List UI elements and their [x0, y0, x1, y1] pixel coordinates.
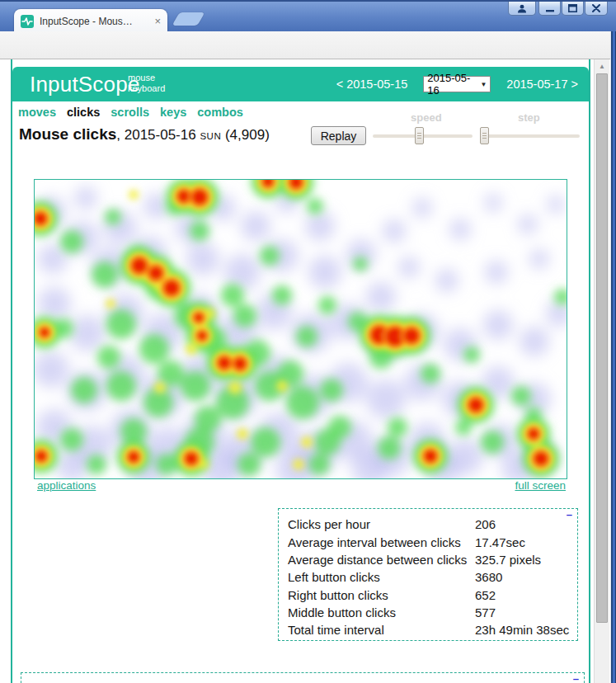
page-scrollbar[interactable]: ▲	[594, 59, 609, 683]
page-viewport: InputScope mouse keyboard < 2015-05-15 2…	[0, 59, 594, 683]
stat-value: 325.7 pixels	[475, 551, 569, 568]
stat-label: Middle button clicks	[288, 604, 475, 621]
stats-row: Middle button clicks577	[288, 604, 569, 621]
applications-link[interactable]: applications	[37, 479, 96, 492]
inputscope-favicon-pulse-icon	[21, 15, 34, 28]
replay-button[interactable]: Replay	[311, 126, 366, 145]
scroll-up-arrow-icon[interactable]: ▲	[595, 59, 609, 73]
stat-label: Average interval between clicks	[288, 533, 475, 550]
stats-row: Clicks per hour206	[288, 516, 569, 533]
browser-tab[interactable]: InputScope - Mouse clicks ×	[14, 9, 167, 33]
stats-row: Average distance between clicks325.7 pix…	[288, 551, 569, 568]
page-title-count: (4,909)	[221, 127, 270, 143]
nav: movesclicksscrollskeyscombos	[18, 106, 243, 119]
stat-label: Total time interval	[288, 621, 475, 638]
app-header: InputScope mouse keyboard < 2015-05-15 2…	[12, 67, 589, 101]
page-title-weekday: sun	[200, 131, 221, 141]
page-title-date: , 2015-05-16	[116, 127, 200, 143]
scrollbar-thumb[interactable]	[596, 73, 608, 623]
app-brand: InputScope	[30, 72, 140, 97]
stat-value: 17.47sec	[475, 533, 569, 550]
speed-slider-label: speed	[411, 111, 442, 124]
click-heatmap[interactable]	[34, 179, 567, 479]
profile-button[interactable]	[508, 2, 536, 16]
step-slider-label: step	[518, 111, 540, 124]
stat-value: 206	[475, 516, 569, 533]
page-border-left	[11, 59, 12, 683]
stat-label: Average distance between clicks	[288, 551, 475, 568]
stats-panel: – Clicks per hour206Average interval bet…	[278, 508, 578, 641]
page-title: Mouse clicks, 2015-05-16 sun (4,909)	[19, 125, 270, 144]
step-slider-thumb[interactable]	[480, 127, 489, 144]
stats-table-body: Clicks per hour206Average interval betwe…	[288, 516, 569, 639]
stats-row: Left button clicks3680	[288, 568, 569, 586]
stat-value: 3680	[475, 568, 569, 586]
stat-value: 577	[475, 604, 569, 621]
page-border-right	[589, 59, 590, 683]
app-brand-tags: mouse keyboard	[128, 73, 165, 94]
next-section-collapse-toggle[interactable]: –	[573, 674, 579, 683]
next-section-panel: –	[21, 672, 585, 683]
nav-item-clicks[interactable]: clicks	[67, 106, 100, 119]
stats-row: Average interval between clicks17.47sec	[288, 533, 569, 550]
minimize-button[interactable]	[538, 2, 561, 16]
stats-row: Total time interval23h 49min 38sec	[288, 621, 569, 638]
fullscreen-link[interactable]: full screen	[511, 479, 566, 492]
next-date-link[interactable]: 2015-05-17 >	[506, 78, 578, 91]
stat-label: Left button clicks	[288, 568, 475, 586]
speed-slider-thumb[interactable]	[415, 127, 424, 144]
stats-row: Right button clicks652	[288, 586, 569, 604]
nav-item-keys[interactable]: keys	[160, 106, 186, 119]
nav-item-moves[interactable]: moves	[18, 106, 56, 119]
maximize-button[interactable]	[562, 2, 584, 16]
new-tab-button[interactable]	[172, 12, 205, 26]
step-slider[interactable]	[480, 134, 580, 138]
stat-value: 652	[475, 586, 569, 604]
close-button[interactable]	[585, 2, 608, 16]
stats-table: Clicks per hour206Average interval betwe…	[288, 516, 569, 639]
browser-toolbar: localhost:8099/mouse/clicks/2015-05-16 ★	[0, 31, 616, 59]
stat-label: Right button clicks	[288, 586, 475, 604]
window-border-right	[610, 31, 616, 683]
browser-titlebar: InputScope - Mouse clicks ×	[0, 0, 616, 31]
stats-collapse-toggle[interactable]: –	[567, 510, 572, 519]
heatmap-svg	[35, 180, 567, 478]
nav-item-scrolls[interactable]: scrolls	[111, 106, 149, 119]
tab-title: InputScope - Mouse clicks	[40, 16, 137, 27]
tab-close-icon[interactable]: ×	[154, 16, 161, 26]
nav-item-combos[interactable]: combos	[197, 106, 243, 119]
prev-date-link[interactable]: < 2015-05-15	[336, 78, 408, 91]
date-select-value: 2015-05-16	[427, 72, 480, 97]
stat-value: 23h 49min 38sec	[475, 621, 569, 638]
page-title-main: Mouse clicks	[19, 125, 116, 143]
date-select[interactable]: 2015-05-16 ▼	[423, 76, 491, 92]
stat-label: Clicks per hour	[288, 516, 475, 533]
brand-tag-keyboard: keyboard	[128, 83, 165, 93]
brand-tag-mouse: mouse	[128, 73, 155, 82]
select-caret-icon: ▼	[480, 81, 487, 88]
